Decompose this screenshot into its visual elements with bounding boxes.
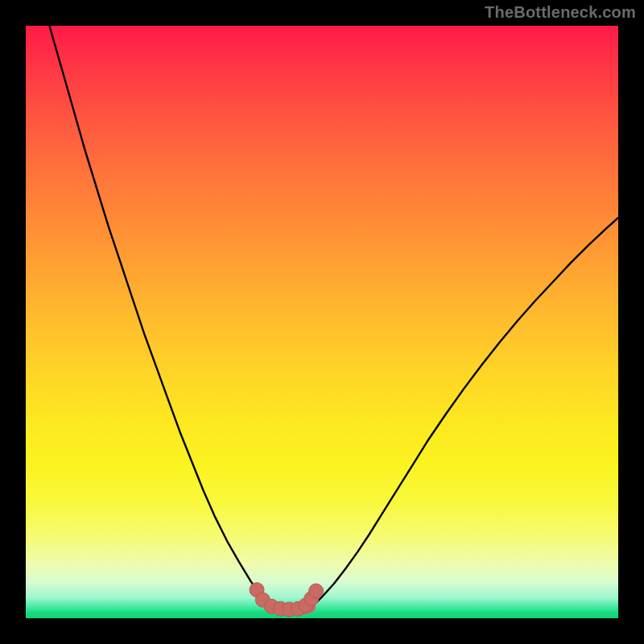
outer-frame: TheBottleneck.com xyxy=(0,0,644,644)
left-curve xyxy=(49,26,275,607)
trough-marker xyxy=(309,584,324,598)
right-curve xyxy=(310,218,618,608)
plot-area xyxy=(26,26,618,618)
chart-svg xyxy=(26,26,618,618)
watermark-text: TheBottleneck.com xyxy=(485,3,636,22)
